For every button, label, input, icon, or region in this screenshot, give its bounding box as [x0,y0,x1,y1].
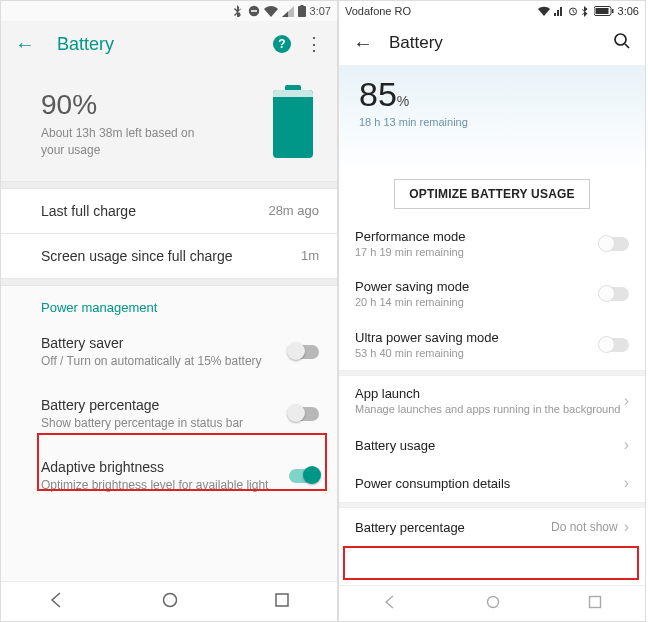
chevron-right-icon: › [624,436,629,454]
status-time: 3:07 [310,5,331,17]
row-sub: Off / Turn on automatically at 15% batte… [41,353,262,369]
row-label: App launch [355,386,624,401]
toggle-performance-mode[interactable] [599,237,629,251]
svg-rect-12 [589,596,600,607]
toggle-battery-percentage[interactable] [289,407,319,421]
row-label: Last full charge [41,203,268,219]
chevron-right-icon: › [624,392,629,410]
svg-point-10 [615,34,626,45]
svg-rect-9 [612,9,614,13]
battery-remaining: 18 h 13 min remaining [359,116,625,128]
toggle-adaptive-brightness[interactable] [289,469,319,483]
row-value: 1m [301,248,319,263]
row-label: Ultra power saving mode [355,330,599,345]
svg-rect-1 [251,10,257,12]
app-bar: ← Battery ? ⋮ [1,21,337,67]
svg-rect-2 [298,6,306,17]
back-icon[interactable]: ← [15,33,35,56]
row-sub: 17 h 19 min remaining [355,245,599,259]
battery-percent-symbol: % [397,93,409,109]
status-carrier: Vodafone RO [345,5,411,17]
help-icon[interactable]: ? [273,35,291,53]
annotation-highlight [343,546,639,580]
row-label: Power consumption details [355,476,624,491]
row-last-full-charge[interactable]: Last full charge 28m ago [1,189,337,233]
toggle-ultra-power-saving[interactable] [599,338,629,352]
status-bar: 3:07 [1,1,337,21]
status-time: 3:06 [618,5,639,17]
battery-icon [298,5,306,17]
row-battery-percentage[interactable]: Battery percentage Show battery percenta… [1,383,337,445]
nav-bar [339,585,645,621]
row-battery-usage[interactable]: Battery usage › [339,426,645,464]
toggle-power-saving[interactable] [599,287,629,301]
nav-bar [1,581,337,621]
row-value: Do not show [551,520,618,534]
battery-percent-number: 85 [359,75,397,114]
row-label: Battery usage [355,438,624,453]
row-label: Battery saver [41,335,123,351]
battery-summary[interactable]: 90% About 13h 38m left based on your usa… [1,67,337,181]
row-sub: Manage launches and apps running in the … [355,402,624,416]
section-header-power-mgmt: Power management [1,286,337,321]
svg-point-4 [163,593,176,606]
search-icon[interactable] [613,32,631,54]
signal-icon [554,6,564,16]
row-power-consumption-details[interactable]: Power consumption details › [339,464,645,502]
row-label: Battery percentage [41,397,159,413]
wifi-icon [538,6,550,16]
row-label: Performance mode [355,229,599,244]
row-label: Screen usage since full charge [41,248,301,264]
svg-rect-8 [595,8,608,14]
row-screen-usage[interactable]: Screen usage since full charge 1m [1,234,337,278]
page-title: Battery [57,34,273,55]
chevron-right-icon: › [624,474,629,492]
nav-home-icon[interactable] [161,591,179,613]
row-value: 28m ago [268,203,319,218]
nav-home-icon[interactable] [485,594,501,614]
row-label: Power saving mode [355,279,599,294]
phone-android-stock: 3:07 ← Battery ? ⋮ 90% About 13h 38m lef… [0,0,338,622]
battery-summary: 85% 18 h 13 min remaining [339,65,645,171]
nav-back-icon[interactable] [48,591,66,613]
row-ultra-power-saving[interactable]: Ultra power saving mode 53 h 40 min rema… [339,320,645,370]
phone-emui: Vodafone RO 3:06 ← Battery 85% 18 h 13 m… [338,0,646,622]
row-sub: Optimize brightness level for available … [41,477,268,493]
nav-back-icon[interactable] [382,594,398,614]
row-performance-mode[interactable]: Performance mode 17 h 19 min remaining [339,219,645,269]
battery-percent: 90% [41,89,273,121]
row-sub: 20 h 14 min remaining [355,295,599,309]
chevron-right-icon: › [624,518,629,536]
wifi-icon [264,6,278,17]
row-power-saving-mode[interactable]: Power saving mode 20 h 14 min remaining [339,269,645,319]
battery-estimate: About 13h 38m left based on your usage [41,125,211,159]
toggle-battery-saver[interactable] [289,345,319,359]
row-battery-saver[interactable]: Battery saver Off / Turn on automaticall… [1,321,337,383]
more-icon[interactable]: ⋮ [305,33,323,55]
app-bar: ← Battery [339,21,645,65]
nav-recent-icon[interactable] [588,595,602,613]
row-adaptive-brightness[interactable]: Adaptive brightness Optimize brightness … [1,445,337,507]
battery-graphic-icon [273,90,313,158]
page-title: Battery [389,33,613,53]
row-sub: Show battery percentage in status bar [41,415,243,431]
svg-point-11 [487,596,498,607]
bluetooth-icon [582,6,590,17]
signal-icon [282,6,294,17]
optimize-battery-button[interactable]: OPTIMIZE BATTERY USAGE [394,179,590,209]
row-app-launch[interactable]: App launch Manage launches and apps runn… [339,376,645,426]
row-sub: 53 h 40 min remaining [355,346,599,360]
nav-recent-icon[interactable] [274,592,290,612]
divider [1,181,337,189]
row-battery-percentage[interactable]: Battery percentage Do not show › [339,508,645,546]
back-icon[interactable]: ← [353,32,373,55]
dnd-icon [248,5,260,17]
alarm-icon [568,6,578,16]
divider [1,278,337,286]
row-label: Adaptive brightness [41,459,164,475]
bluetooth-icon [234,5,244,17]
battery-icon [594,6,614,16]
svg-rect-5 [276,594,288,606]
row-label: Battery percentage [355,520,551,535]
svg-rect-3 [300,5,303,7]
